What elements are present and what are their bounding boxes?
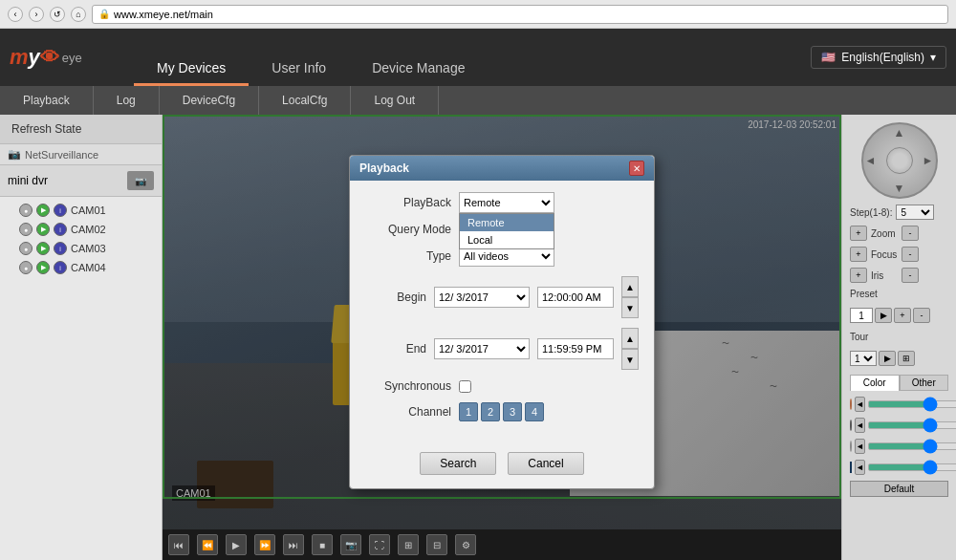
channel-list: ● ▶ i CAM01 ● ▶ i CAM02 ● ▶ i CAM03 ● ▶ … bbox=[0, 197, 162, 281]
ptz-focus-plus-btn[interactable]: + bbox=[850, 247, 867, 262]
channel-play-btn[interactable]: ▶ bbox=[36, 261, 50, 274]
tour-select[interactable]: 1 bbox=[850, 351, 877, 366]
video-forward-btn[interactable]: ⏩ bbox=[254, 534, 275, 555]
ptz-left-arrow[interactable]: ◄ bbox=[865, 154, 877, 167]
modal-close-button[interactable]: ✕ bbox=[629, 161, 644, 176]
channel-name: CAM04 bbox=[71, 262, 106, 273]
channel-record-btn[interactable]: ● bbox=[19, 204, 33, 217]
ptz-right-arrow[interactable]: ► bbox=[923, 154, 934, 167]
begin-time-input[interactable] bbox=[537, 287, 614, 308]
playback-select[interactable]: Remote Local bbox=[459, 192, 554, 213]
subnav-localcfg[interactable]: LocalCfg bbox=[259, 86, 351, 115]
url-bar[interactable]: 🔒 www.xmeye.net/main bbox=[92, 5, 948, 24]
dropdown-item-remote[interactable]: Remote bbox=[460, 214, 554, 231]
back-btn[interactable]: ‹ bbox=[8, 7, 23, 22]
list-item[interactable]: ● ▶ i CAM02 bbox=[0, 220, 162, 239]
channel-play-btn[interactable]: ▶ bbox=[36, 204, 50, 217]
tab-other[interactable]: Other bbox=[900, 375, 949, 391]
color-saturation-left[interactable]: ◄ bbox=[855, 460, 865, 475]
video-rewind-btn[interactable]: ⏪ bbox=[197, 534, 218, 555]
video-fullscreen-btn[interactable]: ⛶ bbox=[369, 534, 390, 555]
default-button[interactable]: Default bbox=[850, 481, 948, 497]
video-stop-btn[interactable]: ■ bbox=[312, 534, 333, 555]
tab-device-manage[interactable]: Device Manage bbox=[349, 53, 488, 86]
cancel-button[interactable]: Cancel bbox=[508, 452, 583, 475]
end-time-down-btn[interactable]: ▼ bbox=[621, 349, 639, 370]
lang-selector[interactable]: 🇺🇸 English(English) ▾ bbox=[811, 46, 946, 69]
tour-start-btn[interactable]: ▶ bbox=[879, 351, 896, 366]
subnav-playback[interactable]: Playback bbox=[0, 86, 94, 115]
preset-add-btn[interactable]: + bbox=[894, 308, 911, 323]
tab-user-info[interactable]: User Info bbox=[249, 53, 349, 86]
video-play-btn[interactable]: ▶ bbox=[226, 534, 247, 555]
list-item[interactable]: ● ▶ i CAM04 bbox=[0, 258, 162, 277]
list-item[interactable]: ● ▶ i CAM01 bbox=[0, 201, 162, 220]
color-brightness-left[interactable]: ◄ bbox=[855, 397, 865, 412]
end-time-up-btn[interactable]: ▲ bbox=[621, 328, 639, 349]
ptz-center-btn[interactable] bbox=[886, 147, 913, 174]
ptz-step-label: Step(1-8): bbox=[850, 207, 892, 218]
channel-btn-1[interactable]: 1 bbox=[459, 402, 478, 421]
color-brightness-slider[interactable] bbox=[868, 400, 956, 408]
begin-time-down-btn[interactable]: ▼ bbox=[621, 297, 639, 318]
subnav-logout[interactable]: Log Out bbox=[351, 86, 439, 115]
refresh-state-button[interactable]: Refresh State bbox=[0, 115, 162, 144]
end-time-input[interactable] bbox=[537, 338, 614, 359]
channel-record-btn[interactable]: ● bbox=[19, 242, 33, 255]
ptz-zoom-minus-btn[interactable]: - bbox=[902, 226, 919, 241]
video-settings-btn[interactable]: ⚙ bbox=[455, 534, 476, 555]
subnav-devicecfg[interactable]: DeviceCfg bbox=[160, 86, 259, 115]
refresh-btn[interactable]: ↺ bbox=[50, 7, 65, 22]
ptz-iris-minus-btn[interactable]: - bbox=[902, 268, 919, 283]
channel-play-btn[interactable]: ▶ bbox=[36, 223, 50, 236]
ptz-down-arrow[interactable]: ▼ bbox=[894, 182, 905, 195]
video-grid-btn[interactable]: ⊟ bbox=[426, 534, 447, 555]
channel-play-btn[interactable]: ▶ bbox=[36, 242, 50, 255]
channel-btn-2[interactable]: 2 bbox=[481, 402, 500, 421]
preset-goto-btn[interactable]: ▶ bbox=[875, 308, 892, 323]
ptz-zoom-plus-btn[interactable]: + bbox=[850, 226, 867, 241]
color-hue-slider[interactable] bbox=[868, 442, 956, 450]
forward-btn[interactable]: › bbox=[29, 7, 44, 22]
video-snapshot-btn[interactable]: 📷 bbox=[340, 534, 361, 555]
tour-grid-btn[interactable]: ⊞ bbox=[898, 351, 915, 366]
ptz-iris-plus-btn[interactable]: + bbox=[850, 268, 867, 283]
video-feed: 〜 〜 〜 〜 2017-12-03 20:52:01 CAM01 bbox=[163, 115, 841, 529]
synchronous-checkbox[interactable] bbox=[459, 380, 471, 393]
channel-info-btn[interactable]: i bbox=[54, 204, 67, 217]
video-next-btn[interactable]: ⏭ bbox=[283, 534, 304, 555]
preset-label: Preset bbox=[850, 289, 878, 299]
color-contrast-left[interactable]: ◄ bbox=[855, 418, 865, 433]
video-layout-btn[interactable]: ⊞ bbox=[398, 534, 419, 555]
channel-info-btn[interactable]: i bbox=[54, 261, 67, 274]
channel-btn-4[interactable]: 4 bbox=[525, 402, 544, 421]
color-saturation-slider[interactable] bbox=[868, 463, 956, 471]
home-btn[interactable]: ⌂ bbox=[71, 7, 86, 22]
channel-record-btn[interactable]: ● bbox=[19, 261, 33, 274]
list-item[interactable]: ● ▶ i CAM03 bbox=[0, 239, 162, 258]
color-contrast-slider[interactable] bbox=[868, 421, 956, 429]
channel-btn-3[interactable]: 3 bbox=[503, 402, 522, 421]
channel-record-btn[interactable]: ● bbox=[19, 223, 33, 236]
preset-input[interactable] bbox=[850, 308, 873, 323]
color-hue-left[interactable]: ◄ bbox=[855, 439, 865, 454]
tab-color[interactable]: Color bbox=[850, 375, 900, 391]
preset-del-btn[interactable]: - bbox=[913, 308, 930, 323]
device-item-minidvr[interactable]: mini dvr 📷 bbox=[0, 165, 162, 197]
modal-title: Playback bbox=[359, 162, 409, 175]
ptz-up-arrow[interactable]: ▲ bbox=[894, 126, 905, 140]
search-button[interactable]: Search bbox=[420, 452, 496, 475]
channel-info-btn[interactable]: i bbox=[54, 223, 67, 236]
color-icon-brightness bbox=[850, 398, 852, 410]
end-date-select[interactable]: 12/ 3/2017 bbox=[434, 338, 530, 359]
dropdown-item-local[interactable]: Local bbox=[460, 231, 554, 248]
begin-date-select[interactable]: 12/ 3/2017 bbox=[434, 287, 530, 308]
video-prev-btn[interactable]: ⏮ bbox=[168, 534, 189, 555]
tab-my-devices[interactable]: My Devices bbox=[134, 53, 249, 86]
ptz-focus-minus-btn[interactable]: - bbox=[902, 247, 919, 262]
channel-info-btn[interactable]: i bbox=[54, 242, 67, 255]
subnav-log[interactable]: Log bbox=[94, 86, 160, 115]
begin-time-up-btn[interactable]: ▲ bbox=[621, 276, 639, 297]
modal-body: PlayBack Remote Local Remote bbox=[350, 181, 654, 442]
ptz-step-select[interactable]: 5 1234 678 bbox=[896, 205, 934, 220]
